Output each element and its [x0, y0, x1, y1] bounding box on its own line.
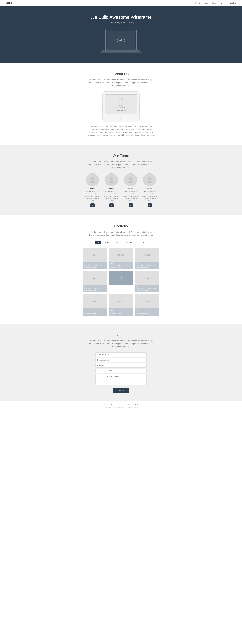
- nav-portfolio[interactable]: Portfolio: [220, 2, 227, 4]
- hero-title: We Build Awesome Wireframe: [3, 14, 239, 20]
- address-input[interactable]: [95, 358, 147, 362]
- filter-illustration[interactable]: Illustration: [136, 241, 147, 244]
- laptop-bottom: [102, 50, 140, 52]
- contact-section: Contact Lorem ipsum dolor sit amet, cons…: [0, 324, 242, 401]
- laptop-base: [100, 52, 142, 53]
- city-input[interactable]: [95, 363, 147, 368]
- svg-point-1: [90, 181, 95, 184]
- portfolio-caption: Title Lorem ipsum dolor sit amet, consec…: [83, 262, 107, 269]
- footer-link-about[interactable]: About: [111, 404, 115, 406]
- email-button[interactable]: ✉: [109, 203, 114, 207]
- portfolio-item[interactable]: Image Title Lorem ipsum dolor sit amet, …: [135, 248, 159, 269]
- cloud-download-icon: [117, 36, 125, 44]
- team-grid: Name Lorem ipsum dolor sit amet, consect…: [3, 173, 239, 207]
- hero-subtitle: A Template by Your Company: [3, 21, 239, 24]
- team-card: Name Lorem ipsum dolor sit amet, consect…: [85, 173, 100, 207]
- email-icon: ✉: [111, 204, 112, 206]
- portfolio-caption: Title Lorem ipsum dolor sit amet, consec…: [109, 262, 133, 269]
- footer-copyright: Copyright © Your Company 2016. All Right…: [3, 406, 239, 408]
- email-button[interactable]: ✉: [129, 203, 133, 207]
- email-icon: ✉: [130, 204, 131, 206]
- portfolio-image: Image: [135, 271, 159, 285]
- team-card: Name Lorem ipsum dolor sit amet, consect…: [142, 173, 157, 207]
- portfolio-item-sub: Lorem ipsum dolor sit amet, consec laore…: [110, 311, 132, 315]
- filter-photography[interactable]: Photography: [122, 241, 135, 244]
- portfolio-caption: Title Lorem ipsum dolor sit amet, consec…: [135, 308, 159, 316]
- footer-link-portfolio[interactable]: Portfolio: [124, 404, 130, 406]
- avatar: [124, 173, 137, 186]
- filter-tabs: All Design Identify Photography Illustra…: [3, 241, 239, 244]
- about-title: About Us: [3, 72, 239, 76]
- portfolio-item[interactable]: Image Title Lorem ipsum dolor sit amet, …: [109, 294, 133, 316]
- portfolio-item[interactable]: Image Title Lorem ipsum dolor sit amet, …: [135, 294, 159, 316]
- portfolio-item-title: Title: [110, 309, 132, 311]
- footer-link-team[interactable]: Team: [118, 404, 121, 406]
- email-input[interactable]: [95, 369, 147, 373]
- svg-point-5: [128, 181, 133, 184]
- person-icon: [108, 176, 115, 183]
- email-icon: ✉: [149, 204, 150, 206]
- team-member-desc: Lorem ipsum dolor sit amet, consectetur …: [142, 190, 157, 202]
- portfolio-grid: Image Title Lorem ipsum dolor sit amet, …: [83, 248, 159, 316]
- footer-link-home[interactable]: Home: [104, 404, 108, 406]
- portfolio-item-sub: Lorem ipsum dolor sit amet, consec laore…: [110, 264, 132, 268]
- team-desc: Lorem ipsum dolor sit amet, consectetur …: [87, 160, 155, 169]
- person-icon: [127, 176, 134, 183]
- portfolio-item-title: Title: [84, 286, 106, 288]
- portfolio-item[interactable]: Image Title Lorem ipsum dolor sit amet, …: [83, 271, 107, 292]
- portfolio-caption: Title Lorem ipsum dolor sit amet, consec…: [135, 285, 159, 292]
- nav-about[interactable]: About: [204, 2, 208, 4]
- portfolio-item-title: Title: [84, 309, 106, 311]
- avatar: [143, 173, 156, 186]
- submit-button[interactable]: Submit: [113, 388, 129, 393]
- portfolio-featured-item[interactable]: ⛓: [109, 271, 133, 292]
- team-section: Our Team Lorem ipsum dolor sit amet, con…: [0, 145, 242, 216]
- ipad-frame: Image iPad Device web elements.: [102, 91, 140, 122]
- email-button[interactable]: ✉: [90, 203, 94, 207]
- portfolio-item[interactable]: Image Title Lorem ipsum dolor sit amet, …: [109, 248, 133, 269]
- portfolio-caption: Title Lorem ipsum dolor sit amet, consec…: [109, 308, 133, 316]
- portfolio-item-title: Title: [110, 263, 132, 264]
- laptop-screen: [107, 31, 135, 50]
- portfolio-featured-image: ⛓: [109, 271, 133, 285]
- portfolio-image: Image: [135, 294, 159, 308]
- portfolio-title: Portfolio: [3, 224, 239, 228]
- filter-identify[interactable]: Identify: [112, 241, 121, 244]
- message-input[interactable]: [95, 374, 147, 386]
- portfolio-image: Image: [83, 248, 107, 262]
- filter-design[interactable]: Design: [102, 241, 111, 244]
- portfolio-image: Image: [83, 271, 107, 285]
- team-member-name: Name: [142, 188, 157, 190]
- portfolio-caption: Title Lorem ipsum dolor sit amet, consec…: [83, 308, 107, 316]
- portfolio-item-title: Title: [136, 263, 158, 264]
- team-member-name: Name: [85, 188, 100, 190]
- email-icon: ✉: [92, 204, 93, 206]
- portfolio-item-sub: Lorem ipsum dolor sit amet, consec laore…: [136, 264, 158, 268]
- email-button[interactable]: ✉: [148, 203, 152, 207]
- nav-home[interactable]: Home: [195, 2, 200, 4]
- link-icon: ⛓: [119, 276, 123, 280]
- portfolio-item-sub: Lorem ipsum dolor sit amet, consec laore…: [136, 311, 158, 315]
- portfolio-item[interactable]: Image Title Lorem ipsum dolor sit amet, …: [83, 248, 107, 269]
- svg-point-2: [110, 177, 113, 180]
- portfolio-item[interactable]: Image Title Lorem ipsum dolor sit amet, …: [83, 294, 107, 316]
- portfolio-item-sub: Lorem ipsum dolor sit amet, consec laore…: [84, 264, 106, 268]
- footer: Home About Team Portfolio Contact Copyri…: [0, 401, 242, 411]
- portfolio-caption: Title Lorem ipsum dolor sit amet, consec…: [83, 285, 107, 292]
- laptop-frame: [105, 29, 137, 50]
- portfolio-section: Portfolio Lorem ipsum dolor sit amet, co…: [0, 216, 242, 324]
- hero-illustration: [3, 29, 239, 53]
- nav-team[interactable]: Team: [212, 2, 216, 4]
- about-section: About Us Lorem ipsum dolor sit amet, con…: [0, 63, 242, 145]
- nav-contact[interactable]: Contact: [230, 2, 236, 4]
- name-input[interactable]: [95, 352, 147, 357]
- portfolio-item-sub: Lorem ipsum dolor sit amet, consec laore…: [136, 288, 158, 292]
- ipad-home-button: [120, 116, 122, 119]
- portfolio-item[interactable]: Image Title Lorem ipsum dolor sit amet, …: [135, 271, 159, 292]
- footer-link-contact[interactable]: Contact: [132, 404, 138, 406]
- contact-form: Submit: [95, 352, 147, 393]
- svg-point-0: [91, 177, 94, 180]
- team-member-name: Name: [123, 188, 138, 190]
- portfolio-item-title: Title: [136, 309, 158, 311]
- filter-all[interactable]: All: [95, 241, 101, 244]
